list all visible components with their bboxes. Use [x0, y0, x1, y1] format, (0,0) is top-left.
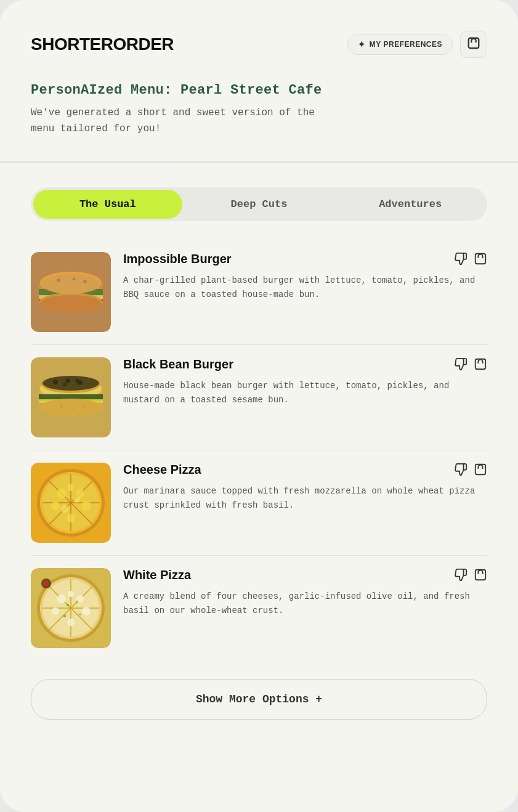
- menu-item-white-pizza: White Pizza: [31, 556, 487, 660]
- svg-point-11: [73, 278, 76, 281]
- svg-point-44: [67, 514, 75, 522]
- svg-point-25: [75, 379, 79, 383]
- logo-text-bold: ORDER: [113, 35, 174, 54]
- impossible-burger-image: [31, 252, 111, 332]
- app-content: ShorterORDER ✦ MY PREFERENCES: [0, 0, 518, 812]
- menu-list: Impossible Burger: [0, 233, 518, 667]
- tab-adventures[interactable]: Adventures: [336, 190, 485, 219]
- cart-add-icon[interactable]: [474, 463, 487, 479]
- impossible-burger-description: A char-grilled plant-based burger with l…: [123, 274, 487, 301]
- section-divider: [0, 161, 518, 163]
- black-bean-burger-description: House-made black bean burger with lettuc…: [123, 379, 487, 407]
- cart-add-icon[interactable]: [474, 568, 487, 585]
- svg-point-58: [68, 591, 74, 597]
- white-pizza-actions: [454, 568, 487, 585]
- black-bean-burger-content: Black Bean Burger: [123, 357, 487, 407]
- svg-point-64: [63, 615, 66, 617]
- white-pizza-name: White Pizza: [123, 568, 454, 582]
- svg-point-26: [39, 399, 103, 417]
- cart-icon: [467, 41, 480, 52]
- thumbsdown-icon[interactable]: [454, 252, 467, 269]
- svg-point-59: [52, 607, 59, 615]
- thumbsdown-icon[interactable]: [454, 463, 467, 479]
- logo: ShorterORDER: [31, 35, 174, 54]
- svg-point-56: [57, 595, 66, 603]
- svg-rect-30: [476, 359, 486, 370]
- cheese-pizza-actions: [454, 463, 487, 479]
- svg-point-10: [57, 278, 60, 282]
- cheese-pizza-name: Cheese Pizza: [123, 463, 454, 477]
- cheese-pizza-image: [31, 463, 111, 543]
- hero-title: PersonAIzed Menu: Pearl Street Cafe: [31, 83, 487, 98]
- menu-item-black-bean-burger: Black Bean Burger: [31, 345, 487, 450]
- white-pizza-image: [31, 568, 111, 648]
- svg-point-29: [82, 405, 84, 407]
- svg-point-42: [51, 501, 60, 510]
- impossible-burger-header: Impossible Burger: [123, 252, 487, 269]
- svg-point-43: [81, 501, 91, 511]
- white-pizza-header: White Pizza: [123, 568, 487, 585]
- svg-rect-68: [476, 570, 486, 580]
- svg-point-60: [82, 607, 91, 615]
- svg-point-61: [67, 619, 75, 626]
- svg-point-45: [61, 505, 68, 513]
- svg-point-28: [73, 408, 75, 410]
- white-pizza-content: White Pizza: [123, 568, 487, 617]
- svg-point-21: [53, 380, 58, 384]
- svg-rect-13: [476, 254, 486, 264]
- svg-point-63: [76, 601, 78, 603]
- svg-point-65: [79, 614, 81, 615]
- cart-add-icon[interactable]: [474, 357, 487, 374]
- cheese-pizza-header: Cheese Pizza: [123, 463, 487, 479]
- tab-usual[interactable]: The Usual: [33, 190, 182, 219]
- menu-item-cheese-pizza: Cheese Pizza: [31, 450, 487, 556]
- impossible-burger-actions: [454, 252, 487, 269]
- cheese-pizza-content: Cheese Pizza: [123, 463, 487, 512]
- header-actions: ✦ MY PREFERENCES: [347, 31, 487, 58]
- svg-point-46: [74, 497, 80, 503]
- phone-container: ShorterORDER ✦ MY PREFERENCES: [0, 0, 518, 812]
- header: ShorterORDER ✦ MY PREFERENCES: [0, 0, 518, 70]
- svg-point-22: [66, 379, 70, 383]
- svg-point-8: [40, 295, 102, 312]
- impossible-burger-name: Impossible Burger: [123, 252, 454, 266]
- svg-point-9: [41, 274, 100, 294]
- white-pizza-description: A creamy blend of four cheeses, garlic-i…: [123, 590, 487, 617]
- show-more-button[interactable]: Show More Options +: [31, 679, 487, 720]
- cart-button[interactable]: [460, 31, 487, 58]
- black-bean-burger-name: Black Bean Burger: [123, 357, 454, 371]
- menu-item-impossible-burger: Impossible Burger: [31, 240, 487, 345]
- svg-rect-0: [469, 38, 479, 49]
- tabs-section: The Usual Deep Cuts Adventures: [0, 169, 518, 233]
- svg-point-20: [42, 376, 99, 391]
- svg-point-24: [63, 383, 67, 386]
- cheese-pizza-description: Our marinara sauce topped with fresh moz…: [123, 484, 487, 512]
- preferences-button[interactable]: ✦ MY PREFERENCES: [347, 34, 453, 55]
- svg-rect-47: [476, 465, 486, 475]
- hero-subtitle: We've generated a short and sweet versio…: [31, 105, 487, 137]
- svg-point-41: [67, 484, 75, 491]
- svg-point-12: [83, 280, 87, 283]
- svg-point-67: [43, 580, 49, 587]
- svg-point-40: [76, 489, 84, 498]
- star-icon: ✦: [358, 39, 366, 49]
- impossible-burger-content: Impossible Burger: [123, 252, 487, 301]
- svg-point-27: [60, 405, 63, 408]
- hero-section: PersonAIzed Menu: Pearl Street Cafe We'v…: [0, 70, 518, 155]
- thumbsdown-icon[interactable]: [454, 568, 467, 585]
- cart-add-icon[interactable]: [474, 252, 487, 269]
- show-more-section: Show More Options +: [0, 667, 518, 744]
- preferences-label: MY PREFERENCES: [370, 40, 442, 49]
- tabs-container: The Usual Deep Cuts Adventures: [31, 187, 487, 221]
- black-bean-burger-image: [31, 357, 111, 437]
- logo-text-regular: Shorter: [31, 35, 113, 54]
- black-bean-burger-header: Black Bean Burger: [123, 357, 487, 374]
- black-bean-burger-actions: [454, 357, 487, 374]
- tab-deep-cuts[interactable]: Deep Cuts: [185, 190, 334, 219]
- thumbsdown-icon[interactable]: [454, 357, 467, 374]
- svg-point-39: [57, 489, 67, 498]
- svg-point-62: [67, 604, 69, 606]
